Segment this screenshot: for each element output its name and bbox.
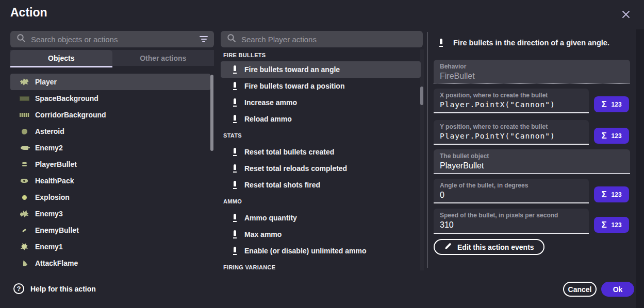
speed-field[interactable]: Speed of the bullet, in pixels per secon… <box>434 209 589 234</box>
object-row-playerbullet[interactable]: PlayerBullet <box>10 156 210 173</box>
tab-other-actions[interactable]: Other actions <box>112 50 214 66</box>
x-position-expression-button[interactable]: Σ 123 <box>594 96 629 112</box>
object-row-explosion[interactable]: Explosion <box>10 189 210 206</box>
bullet-object-field[interactable]: The bullet object PlayerBullet <box>434 149 630 174</box>
sigma-123-label: 123 <box>612 101 622 108</box>
action-label: Ammo quantity <box>244 214 297 222</box>
left-tabbar: Objects Other actions <box>10 50 214 66</box>
speed-expression-button[interactable]: Σ 123 <box>594 217 629 233</box>
actions-list-scrollbar[interactable] <box>420 87 423 105</box>
y-position-field[interactable]: Y position, where to create the bullet P… <box>434 120 589 145</box>
action-label: Reset total shots fired <box>244 181 320 189</box>
action-row-reset-shots-fired[interactable]: Reset total shots fired <box>221 177 421 193</box>
action-label: Fire bullets toward an angle <box>244 65 340 74</box>
tab-other-actions-label: Other actions <box>140 54 186 62</box>
action-description-text: Fire bullets in the direction of a given… <box>453 39 609 47</box>
bullet-icon <box>233 230 237 238</box>
actions-search-bar[interactable] <box>221 31 423 47</box>
behavior-field-label: Behavior <box>440 63 624 70</box>
bullet-icon <box>233 164 237 173</box>
close-icon[interactable] <box>619 8 633 21</box>
angle-field-value: 0 <box>440 191 583 200</box>
page-title: Action <box>10 6 47 20</box>
pencil-icon <box>444 243 452 252</box>
action-row-fire-position[interactable]: Fire bullets toward a position <box>221 78 421 94</box>
object-label: AttackFlame <box>35 259 78 267</box>
action-row-reset-reloads-completed[interactable]: Reset total reloads completed <box>221 160 421 177</box>
health-pack-sprite-icon <box>19 176 30 185</box>
y-position-field-label: Y position, where to create the bullet <box>440 123 583 130</box>
behavior-field-value: FireBullet <box>440 72 624 81</box>
y-position-field-value: Player.PointY("Cannon") <box>440 132 583 140</box>
bullet-icon <box>233 115 237 123</box>
object-row-asteroid[interactable]: Asteroid <box>10 123 210 140</box>
enemy-bullet-sprite-icon <box>19 226 30 235</box>
object-row-enemy1[interactable]: Enemy1 <box>10 238 210 255</box>
object-label: Explosion <box>35 193 70 201</box>
space-background-sprite-icon <box>19 94 30 103</box>
object-label: Asteroid <box>35 127 64 135</box>
group-header-firing-variance: FIRING VARIANCE <box>223 259 419 270</box>
action-row-fire-angle[interactable]: Fire bullets toward an angle <box>221 61 421 78</box>
behavior-field: Behavior FireBullet <box>434 60 630 84</box>
filter-icon[interactable] <box>200 36 208 42</box>
x-position-field[interactable]: X position, where to create the bullet P… <box>434 89 589 113</box>
enemy2-sprite-icon <box>19 143 30 152</box>
ok-button[interactable]: Ok <box>601 282 634 297</box>
object-label: Enemy2 <box>35 144 63 152</box>
bullet-icon <box>233 98 237 107</box>
edit-action-events-button[interactable]: Edit this action events <box>434 239 544 255</box>
action-row-reset-bullets-created[interactable]: Reset total bullets created <box>221 144 421 160</box>
sigma-icon: Σ <box>601 100 606 109</box>
object-row-enemybullet[interactable]: EnemyBullet <box>10 222 210 238</box>
angle-field[interactable]: Angle of the bullet, in degrees 0 <box>434 179 589 203</box>
object-row-attackflame[interactable]: AttackFlame <box>10 255 210 271</box>
action-row-ammo-quantity[interactable]: Ammo quantity <box>221 210 421 226</box>
action-row-reload-ammo[interactable]: Reload ammo <box>221 111 421 127</box>
object-row-corridorbackground[interactable]: CorridorBackground <box>10 107 210 123</box>
bullet-icon <box>233 65 237 74</box>
objects-search-input[interactable] <box>31 35 194 44</box>
action-row-max-ammo[interactable]: Max ammo <box>221 226 421 243</box>
player-sprite-icon <box>19 77 30 87</box>
objects-search-bar[interactable] <box>10 31 214 47</box>
help-icon: ? <box>13 283 24 294</box>
attack-flame-sprite-icon <box>19 259 30 268</box>
objects-list-scrollbar[interactable] <box>210 75 213 151</box>
bullet-icon <box>233 247 237 255</box>
angle-expression-button[interactable]: Σ 123 <box>594 186 629 202</box>
object-label: EnemyBullet <box>35 226 79 234</box>
action-label: Enable (or disable) unlimited ammo <box>244 247 366 255</box>
object-row-player[interactable]: Player <box>10 74 210 90</box>
search-icon <box>227 33 236 45</box>
actions-search-input[interactable] <box>241 35 417 44</box>
tab-objects[interactable]: Objects <box>10 50 112 66</box>
speed-field-value: 310 <box>440 220 583 230</box>
explosion-sprite-icon <box>19 193 30 202</box>
y-position-expression-button[interactable]: Σ 123 <box>594 128 629 144</box>
object-label: Enemy3 <box>35 210 63 218</box>
object-row-spacebackground[interactable]: SpaceBackground <box>10 90 210 107</box>
panel-divider <box>427 32 428 268</box>
cancel-button[interactable]: Cancel <box>563 282 597 297</box>
search-icon <box>16 33 26 45</box>
bullet-icon <box>233 181 237 189</box>
object-row-healthpack[interactable]: HealthPack <box>10 173 210 189</box>
corridor-background-sprite-icon <box>19 110 30 119</box>
help-link[interactable]: ? Help for this action <box>13 283 96 294</box>
object-row-enemy3[interactable]: Enemy3 <box>10 206 210 222</box>
action-label: Reset total bullets created <box>244 148 334 156</box>
object-row-enemy2[interactable]: Enemy2 <box>10 140 210 156</box>
object-label: HealthPack <box>35 177 74 185</box>
sigma-123-label: 123 <box>612 221 622 229</box>
asteroid-sprite-icon <box>19 127 30 136</box>
action-label: Fire bullets toward a position <box>244 82 344 90</box>
right-panel-scroll-track <box>636 29 644 308</box>
x-position-field-label: X position, where to create the bullet <box>440 92 583 99</box>
action-description: Fire bullets in the direction of a given… <box>439 37 609 48</box>
action-row-increase-ammo[interactable]: Increase ammo <box>221 94 421 111</box>
sigma-icon: Σ <box>601 131 606 140</box>
object-label: PlayerBullet <box>35 160 77 168</box>
action-row-unlimited-ammo[interactable]: Enable (or disable) unlimited ammo <box>221 243 421 259</box>
help-link-label: Help for this action <box>30 285 96 293</box>
